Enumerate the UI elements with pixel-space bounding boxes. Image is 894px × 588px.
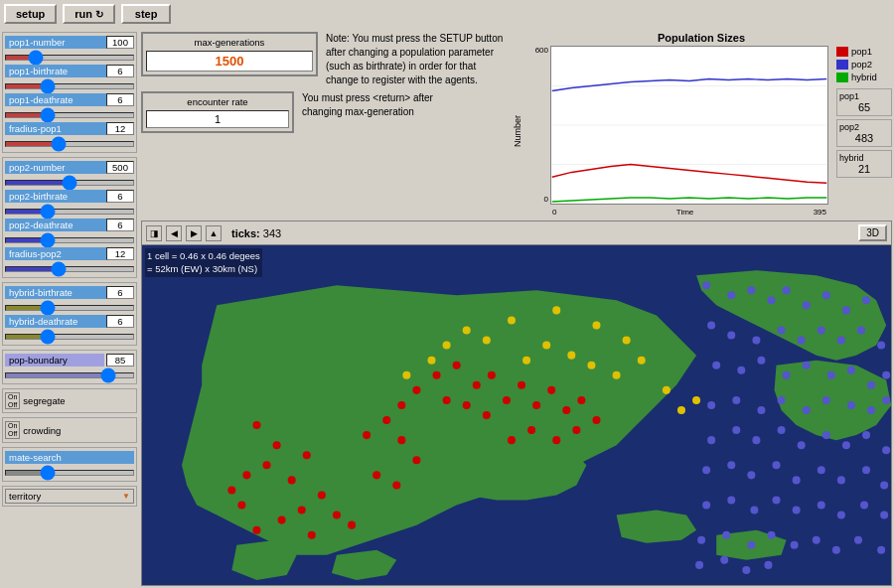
svg-point-146 xyxy=(720,556,728,564)
svg-point-44 xyxy=(397,401,405,409)
mate-search-group: mate-search xyxy=(2,447,137,482)
segregate-toggle[interactable]: On Off segregate xyxy=(5,391,134,410)
pop2-birthrate-slider[interactable] xyxy=(5,209,134,215)
pan-left-icon[interactable]: ◀ xyxy=(166,225,182,241)
svg-point-76 xyxy=(767,296,775,304)
max-generations-input[interactable] xyxy=(146,51,313,72)
svg-point-37 xyxy=(473,381,481,389)
setup-note: Note: You must press the SETUP button af… xyxy=(326,32,505,87)
encounter-rate-input[interactable] xyxy=(146,110,289,128)
pop1-birthrate-slider[interactable] xyxy=(5,83,134,89)
svg-point-141 xyxy=(813,536,820,544)
svg-point-112 xyxy=(778,426,786,434)
crowding-toggle[interactable]: On Off crowding xyxy=(5,420,134,439)
svg-point-93 xyxy=(757,357,765,365)
fradius-pop2-label: fradius-pop2 xyxy=(5,247,106,260)
legend-hybrid-label: hybrid xyxy=(851,72,877,82)
pop-boundary-slider[interactable] xyxy=(5,372,134,378)
svg-point-36 xyxy=(453,362,461,369)
svg-point-60 xyxy=(613,371,621,379)
setup-button[interactable]: setup xyxy=(4,4,57,24)
svg-point-105 xyxy=(822,396,830,404)
pan-reset-icon[interactable]: ◨ xyxy=(146,225,162,241)
svg-point-62 xyxy=(567,352,575,360)
zoom-in-icon[interactable]: ▲ xyxy=(206,225,222,241)
svg-point-35 xyxy=(433,371,441,379)
pop1-deathrate-slider[interactable] xyxy=(5,112,134,118)
svg-point-97 xyxy=(847,367,855,374)
fradius-pop1-slider[interactable] xyxy=(5,141,134,147)
hybrid-birthrate-value: 6 xyxy=(106,286,134,299)
sim-map-svg xyxy=(142,245,891,585)
pop2-deathrate-slider[interactable] xyxy=(5,237,134,243)
mate-search-slider[interactable] xyxy=(5,470,134,476)
svg-point-40 xyxy=(483,411,491,419)
pop2-value-box: pop2 483 xyxy=(836,119,892,147)
svg-point-106 xyxy=(847,401,855,409)
fradius-pop2-slider[interactable] xyxy=(5,266,134,272)
pop2-number-slider[interactable] xyxy=(5,180,134,186)
simulation-viewport[interactable]: 1 cell = 0.46 x 0.46 degees = 52km (EW) … xyxy=(142,245,891,585)
pop1-birthrate-label: pop1-birthrate xyxy=(5,65,106,77)
svg-point-49 xyxy=(577,396,585,404)
svg-point-45 xyxy=(518,381,525,389)
svg-point-39 xyxy=(503,396,511,404)
svg-point-85 xyxy=(778,326,786,334)
svg-point-109 xyxy=(707,436,715,444)
hybrid-deathrate-slider[interactable] xyxy=(5,334,134,340)
pop1-number-slider[interactable] xyxy=(5,55,134,61)
svg-point-77 xyxy=(783,286,791,294)
3d-button[interactable]: 3D xyxy=(858,224,887,241)
pop1-deathrate-label: pop1-deathrate xyxy=(5,93,106,106)
svg-point-73 xyxy=(702,281,710,289)
step-button[interactable]: step xyxy=(121,4,171,24)
svg-point-94 xyxy=(783,371,791,379)
svg-point-69 xyxy=(402,371,410,379)
svg-point-142 xyxy=(832,546,840,554)
svg-point-127 xyxy=(702,502,710,510)
svg-point-118 xyxy=(702,466,710,474)
svg-point-65 xyxy=(483,337,491,345)
viewport-toolbar: ◨ ◀ ▶ ▲ ticks: 343 3D xyxy=(142,221,891,245)
svg-point-31 xyxy=(397,436,405,444)
legend-pop2-color xyxy=(836,60,848,70)
hybrid-deathrate-label: hybrid-deathrate xyxy=(5,315,106,328)
svg-point-132 xyxy=(818,502,825,510)
territory-dropdown[interactable]: territory ▼ xyxy=(5,489,134,504)
svg-point-33 xyxy=(372,471,380,479)
pan-right-icon[interactable]: ▶ xyxy=(186,225,202,241)
territory-label: territory xyxy=(9,491,41,502)
crowding-off: Off xyxy=(8,430,17,438)
svg-point-90 xyxy=(877,342,885,350)
svg-point-92 xyxy=(737,367,745,374)
legend-hybrid-color xyxy=(836,73,848,82)
svg-point-67 xyxy=(443,342,451,350)
encounter-rate-box: encounter rate xyxy=(141,91,294,133)
svg-point-117 xyxy=(882,446,890,454)
svg-point-53 xyxy=(527,426,535,434)
svg-point-100 xyxy=(707,401,715,409)
svg-point-78 xyxy=(803,301,811,309)
pop2-number-value: 500 xyxy=(106,161,134,174)
svg-point-70 xyxy=(663,386,670,394)
svg-point-19 xyxy=(318,491,326,499)
svg-point-22 xyxy=(252,526,260,534)
svg-point-83 xyxy=(727,332,735,340)
pop-boundary-label: pop-boundary xyxy=(5,354,104,367)
pop2-number-label: pop2-number xyxy=(5,161,106,174)
svg-point-143 xyxy=(854,536,862,544)
svg-point-23 xyxy=(237,502,245,510)
x-min-label: 0 xyxy=(552,208,556,217)
svg-point-108 xyxy=(882,396,890,404)
hybrid-birthrate-slider[interactable] xyxy=(5,305,134,311)
run-button[interactable]: run ↻ xyxy=(63,4,115,24)
viewport-section: ◨ ◀ ▶ ▲ ticks: 343 3D 1 cell = 0.46 x 0.… xyxy=(141,220,892,586)
svg-point-57 xyxy=(592,321,600,329)
y-axis-label: Number xyxy=(511,113,524,149)
svg-point-147 xyxy=(742,566,750,574)
svg-point-43 xyxy=(412,386,420,394)
pop-boundary-value: 85 xyxy=(106,354,134,367)
pop2-stat-value: 483 xyxy=(839,132,889,144)
svg-point-72 xyxy=(692,396,700,404)
svg-point-110 xyxy=(732,426,740,434)
